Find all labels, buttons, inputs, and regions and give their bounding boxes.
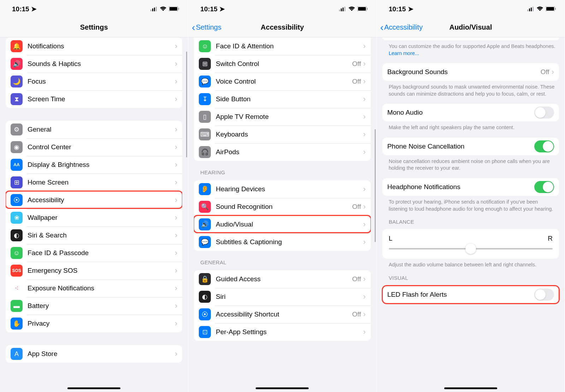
chevron-right-icon: › <box>175 213 177 222</box>
chevron-right-icon: › <box>363 112 365 121</box>
face-id-attention-icon: ☺ <box>199 40 211 52</box>
row-subtitles-captioning[interactable]: 💬Subtitles & Captioning› <box>194 233 370 251</box>
row-background-sounds[interactable]: Background Sounds Off › <box>382 63 559 81</box>
row-led-flash[interactable]: LED Flash for Alerts <box>382 286 559 303</box>
scroll-area[interactable]: ☺Face ID & Attention›⊞Switch ControlOff›… <box>188 37 376 392</box>
learn-more-link[interactable]: Learn more... <box>389 50 419 56</box>
row-guided-access[interactable]: 🔒Guided AccessOff› <box>194 270 370 288</box>
control-center-icon: ◉ <box>11 141 23 153</box>
location-icon: ➤ <box>408 5 414 13</box>
row-siri[interactable]: ◐Siri› <box>194 288 370 306</box>
row-siri-search[interactable]: ◐Siri & Search› <box>6 227 182 244</box>
scroll-indicator[interactable] <box>186 52 187 157</box>
section-header-balance: BALANCE <box>377 212 565 227</box>
group-notifications: 🔔Notifications›🔊Sounds & Haptics›🌙Focus›… <box>6 37 182 108</box>
group-mono-audio: Mono Audio <box>382 104 559 121</box>
svg-rect-9 <box>343 7 344 11</box>
chevron-right-icon: › <box>175 266 177 275</box>
row-accessibility-shortcut[interactable]: ⦿Accessibility ShortcutOff› <box>194 306 370 323</box>
row-control-center[interactable]: ◉Control Center› <box>6 138 182 156</box>
row-switch-control[interactable]: ⊞Switch ControlOff› <box>194 55 370 73</box>
row-privacy[interactable]: ✋Privacy› <box>6 315 182 332</box>
wifi-icon <box>348 6 355 11</box>
row-display-brightness[interactable]: AADisplay & Brightness› <box>6 156 182 174</box>
row-face-id-attention[interactable]: ☺Face ID & Attention› <box>194 37 370 55</box>
section-header-hearing: HEARING <box>188 161 376 177</box>
row-emergency-sos[interactable]: SOSEmergency SOS› <box>6 262 182 279</box>
toggle-mono-audio[interactable] <box>534 107 554 119</box>
airpods-icon: 🎧 <box>199 146 211 158</box>
chevron-right-icon: › <box>363 220 365 229</box>
home-indicator[interactable] <box>256 387 309 389</box>
row-notifications[interactable]: 🔔Notifications› <box>6 37 182 55</box>
label-emergency-sos: Emergency SOS <box>28 267 175 275</box>
wallpaper-icon: ❀ <box>11 212 23 224</box>
toggle-noise-cancellation[interactable] <box>534 140 554 152</box>
status-bar: 10:15 ➤ <box>377 0 565 18</box>
scroll-indicator[interactable] <box>375 129 376 242</box>
chevron-right-icon: › <box>363 275 365 284</box>
status-icons <box>527 6 556 11</box>
row-mono-audio[interactable]: Mono Audio <box>382 104 559 121</box>
chevron-right-icon: › <box>363 292 365 301</box>
row-voice-control[interactable]: 💬Voice ControlOff› <box>194 73 370 90</box>
value-voice-control: Off <box>352 78 361 85</box>
home-indicator[interactable] <box>444 387 497 389</box>
row-noise-cancellation[interactable]: Phone Noise Cancellation <box>382 138 559 155</box>
row-keyboards[interactable]: ⌨Keyboards› <box>194 126 370 143</box>
row-airpods[interactable]: 🎧AirPods› <box>194 143 370 161</box>
toggle-headphone-notifications[interactable] <box>534 181 554 193</box>
row-screen-time[interactable]: ⧗Screen Time› <box>6 90 182 108</box>
row-battery[interactable]: ▬Battery› <box>6 297 182 315</box>
row-general[interactable]: ⚙General› <box>6 121 182 138</box>
row-per-app-settings[interactable]: ⊡Per-App Settings› <box>194 323 370 341</box>
row-app-store[interactable]: AApp Store› <box>6 345 182 363</box>
chevron-right-icon: › <box>175 284 177 293</box>
status-bar: 10:15 ➤ <box>0 0 188 18</box>
chevron-right-icon: › <box>363 77 365 86</box>
row-exposure-notifications[interactable]: ⁖Exposure Notifications› <box>6 279 182 297</box>
wifi-icon <box>536 6 543 11</box>
label-home-screen: Home Screen <box>28 179 175 186</box>
chevron-right-icon: › <box>363 147 365 157</box>
balance-slider-thumb[interactable] <box>465 243 476 254</box>
row-home-screen[interactable]: ⊞Home Screen› <box>6 174 182 191</box>
status-time: 10:15 ➤ <box>389 5 414 13</box>
emergency-sos-icon: SOS <box>11 265 23 277</box>
back-button[interactable]: ‹Accessibility <box>380 23 423 32</box>
row-audio-visual[interactable]: 🔊Audio/Visual› <box>194 216 370 233</box>
balance-slider[interactable] <box>389 248 553 249</box>
row-side-button[interactable]: ↧Side Button› <box>194 90 370 108</box>
row-sound-recognition[interactable]: 🔍Sound RecognitionOff› <box>194 198 370 216</box>
row-face-id-passcode[interactable]: ☺Face ID & Passcode› <box>6 244 182 262</box>
row-wallpaper[interactable]: ❀Wallpaper› <box>6 209 182 227</box>
row-focus[interactable]: 🌙Focus› <box>6 73 182 90</box>
scroll-area[interactable]: You can customize the audio for supporte… <box>377 37 565 392</box>
label-subtitles-captioning: Subtitles & Captioning <box>216 238 363 246</box>
chevron-right-icon: › <box>175 231 177 240</box>
svg-rect-2 <box>154 7 155 11</box>
chevron-right-icon: › <box>363 185 365 194</box>
scroll-area[interactable]: 🔔Notifications›🔊Sounds & Haptics›🌙Focus›… <box>0 37 188 392</box>
row-accessibility[interactable]: ⦿Accessibility› <box>6 191 182 209</box>
chevron-right-icon: › <box>363 130 365 139</box>
label-keyboards: Keyboards <box>216 131 363 138</box>
back-button[interactable]: ‹Settings <box>192 23 221 32</box>
row-apple-tv-remote[interactable]: ▯Apple TV Remote› <box>194 108 370 126</box>
toggle-led-flash[interactable] <box>534 289 554 301</box>
row-headphone-notifications[interactable]: Headphone Notifications <box>382 178 559 196</box>
label-screen-time: Screen Time <box>28 95 175 103</box>
status-time: 10:15 ➤ <box>12 5 37 13</box>
chevron-right-icon: › <box>175 143 177 152</box>
guided-access-icon: 🔒 <box>199 273 211 285</box>
label-face-id-passcode: Face ID & Passcode <box>28 249 175 257</box>
group-led-flash: LED Flash for Alerts <box>382 286 559 303</box>
row-sounds-haptics[interactable]: 🔊Sounds & Haptics› <box>6 55 182 73</box>
battery-icon <box>546 6 556 11</box>
group-general: 🔒Guided AccessOff›◐Siri›⦿Accessibility S… <box>194 270 370 341</box>
home-indicator[interactable] <box>67 387 120 389</box>
nav-bar: ‹Settings Accessibility <box>188 18 376 37</box>
switch-control-icon: ⊞ <box>199 58 211 70</box>
svg-rect-8 <box>341 8 342 11</box>
row-hearing-devices[interactable]: 👂Hearing Devices› <box>194 180 370 198</box>
